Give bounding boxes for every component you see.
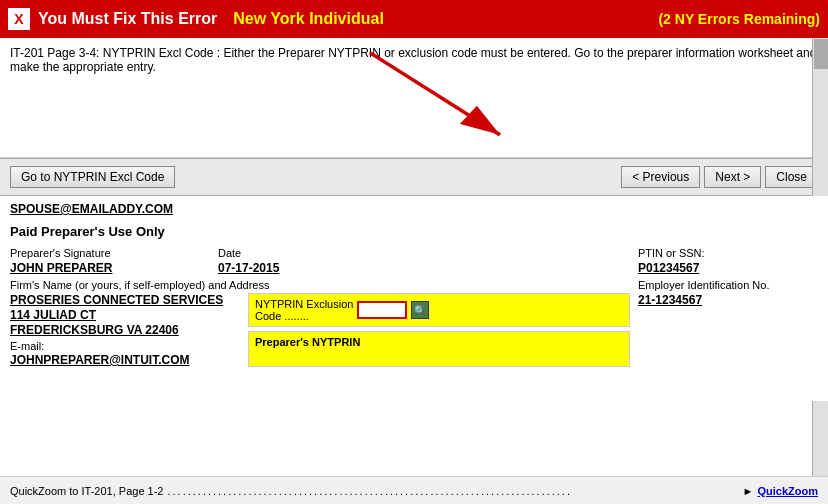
header-bar: X You Must Fix This Error New York Indiv… — [0, 0, 828, 38]
address2: FREDERICKSBURG VA 22406 — [10, 323, 240, 337]
error-description-text: IT-201 Page 3-4: NYTPRIN Excl Code : Eit… — [10, 46, 816, 74]
employer-id-label: Employer Identification No. — [638, 279, 798, 291]
go-to-nytprin-button[interactable]: Go to NYTPRIN Excl Code — [10, 166, 175, 188]
firm-name: PROSERIES CONNECTED SERVICES — [10, 293, 240, 307]
main-content: SPOUSE@EMAILADDY.COM Paid Preparer's Use… — [0, 196, 828, 401]
bottom-bar: QuickZoom to IT-201, Page 1-2 ..........… — [0, 476, 828, 504]
preparer-nytprin-box: Preparer's NYTPRIN — [248, 331, 630, 367]
form-name: New York Individual — [225, 10, 650, 28]
error-description-area: IT-201 Page 3-4: NYTPRIN Excl Code : Eit… — [0, 38, 828, 158]
section-title: Paid Preparer's Use Only — [10, 224, 818, 239]
email-preparer-label: E-mail: — [10, 340, 240, 352]
quickzoom-arrow-icon: ► — [743, 485, 754, 497]
error-icon: X — [8, 8, 30, 30]
ptin-value: P01234567 — [638, 261, 798, 275]
dots-line: ........................................… — [167, 485, 738, 497]
employer-id-value: 21-1234567 — [638, 293, 798, 307]
date-label: Date — [218, 247, 348, 259]
search-icon: 🔍 — [414, 305, 426, 316]
address1: 114 JULIAD CT — [10, 308, 240, 322]
previous-button[interactable]: < Previous — [621, 166, 700, 188]
preparer-sig-label: Preparer's Signature — [10, 247, 210, 259]
close-button[interactable]: Close — [765, 166, 818, 188]
next-button[interactable]: Next > — [704, 166, 761, 188]
quickzoom-label: QuickZoom to IT-201, Page 1-2 — [10, 485, 163, 497]
error-title: You Must Fix This Error — [38, 10, 217, 28]
nytprin-exclusion-label: NYTPRIN ExclusionCode ........ — [255, 298, 353, 322]
preparer-name: JOHN PREPARER — [10, 261, 210, 275]
firm-label: Firm's Name (or yours, if self-employed)… — [10, 279, 630, 291]
email-line: SPOUSE@EMAILADDY.COM — [10, 202, 818, 216]
nytprin-exclusion-box: NYTPRIN ExclusionCode ........ 🔍 — [248, 293, 630, 327]
scrollbar-thumb[interactable] — [814, 39, 828, 69]
ptin-label: PTIN or SSN: — [638, 247, 798, 259]
errors-remaining: (2 NY Errors Remaining) — [658, 11, 820, 27]
email-preparer-value: JOHNPREPARER@INTUIT.COM — [10, 353, 240, 367]
svg-line-1 — [370, 53, 500, 135]
nytprin-search-button[interactable]: 🔍 — [411, 301, 429, 319]
preparer-nytprin-label: Preparer's NYTPRIN — [255, 336, 360, 348]
preparer-nytprin-value — [255, 348, 623, 362]
button-bar: Go to NYTPRIN Excl Code < Previous Next … — [0, 158, 828, 196]
quickzoom-link[interactable]: QuickZoom — [757, 485, 818, 497]
date-value: 07-17-2015 — [218, 261, 348, 275]
nytprin-exclusion-input[interactable] — [357, 301, 407, 319]
